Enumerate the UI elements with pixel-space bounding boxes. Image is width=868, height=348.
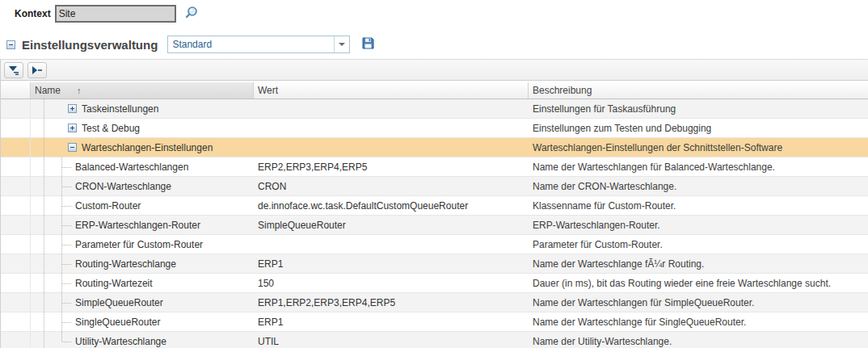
table-row[interactable]: Custom-Router de.innoface.wc.task.Defaul… (1, 196, 868, 216)
row-numberer-cell (1, 235, 31, 254)
table-row[interactable]: Utility-Warteschlange UTIL Name der Util… (1, 332, 868, 348)
setting-value: de.innoface.wc.task.DefaultCustomQueueRo… (258, 200, 468, 212)
kontext-label: Kontext (15, 8, 51, 19)
setting-description: ERP-Warteschlangen-Router. (533, 220, 660, 231)
preset-dropdown[interactable]: Standard (167, 36, 350, 53)
tree-guide-line (44, 235, 44, 254)
settings-panel: Name ↑ Wert Beschreibung Taskeinstellung… (0, 59, 868, 348)
tree-guide-line (44, 274, 44, 292)
setting-description: Einstellungen für Taskausführung (533, 103, 676, 115)
row-numberer-cell (1, 177, 31, 195)
tree-connector (62, 283, 71, 284)
header-beschreibung-label: Beschreibung (533, 85, 592, 96)
tree-guide-line (44, 254, 44, 273)
row-value-cell: ERP2,ERP3,ERP4,ERP5 (254, 157, 529, 176)
row-description-cell: Einstellungen zum Testen und Debugging (529, 119, 868, 137)
header-wert-label: Wert (258, 85, 278, 96)
setting-value: 150 (258, 278, 274, 289)
expand-toggle-icon[interactable] (68, 124, 77, 132)
setting-description: Name der Warteschlange fÃ¼r Routing. (533, 258, 704, 270)
setting-description: Name der Warteschlangen für Balanced-War… (533, 161, 775, 173)
setting-description: Name der Utility-Warteschlange. (533, 336, 672, 347)
row-value-cell: ERP1 (254, 254, 529, 273)
setting-name: Test & Debug (82, 123, 140, 134)
collapse-all-tree-icon (8, 65, 19, 75)
tree-guide-line (44, 99, 44, 118)
row-value-cell: ERP1 (254, 312, 529, 331)
table-row[interactable]: Parameter für Custom-Router Parameter fü… (1, 235, 868, 254)
magnifier-icon (183, 5, 200, 21)
table-row[interactable]: SingleQueueRouter ERP1 Name der Wartesch… (1, 312, 868, 332)
tree-guide-line (44, 138, 44, 157)
setting-value: SimpleQueueRouter (258, 220, 346, 231)
table-row[interactable]: Routing-Warteschlange ERP1 Name der Wart… (1, 254, 868, 274)
tree-connector (62, 342, 71, 342)
table-row[interactable]: CRON-Warteschlange CRON Name der CRON-Wa… (1, 177, 868, 196)
header-wert[interactable]: Wert (254, 82, 529, 99)
row-numberer-cell (1, 312, 31, 331)
kontext-input[interactable] (55, 5, 176, 23)
table-row[interactable]: Balanced-Warteschlangen ERP2,ERP3,ERP4,E… (1, 157, 868, 177)
header-name-label: Name (35, 85, 61, 96)
row-numberer-cell (1, 332, 31, 348)
row-value-cell: 150 (254, 274, 529, 292)
tree-connector (62, 187, 71, 187)
dropdown-trigger[interactable] (334, 36, 349, 52)
row-value-cell: UTIL (254, 332, 529, 348)
save-button[interactable] (360, 36, 376, 52)
chevron-down-icon (339, 43, 345, 46)
table-row[interactable]: Routing-Wartezeit 150 Dauer (in ms), bit… (1, 274, 868, 293)
table-row[interactable]: Taskeinstellungen Einstellungen für Task… (1, 99, 868, 119)
setting-name: Balanced-Warteschlangen (75, 161, 188, 173)
row-value-cell: SimpleQueueRouter (254, 216, 529, 234)
expand-toggle-icon[interactable] (68, 143, 77, 152)
header-name[interactable]: Name ↑ (31, 82, 254, 99)
row-value-cell (254, 99, 529, 118)
tree-guide-line (44, 177, 44, 195)
row-description-cell: ERP-Warteschlangen-Router. (529, 216, 868, 234)
expand-collapse-node-icon (32, 65, 43, 75)
tree-guide-line (44, 216, 44, 234)
tree-guide-line (61, 332, 62, 342)
setting-value: UTIL (258, 336, 279, 347)
row-description-cell: Klassenname für Custom-Router. (529, 196, 868, 215)
row-value-cell: de.innoface.wc.task.DefaultCustomQueueRo… (254, 196, 529, 215)
expand-toggle-icon[interactable] (68, 104, 77, 113)
header-beschreibung[interactable]: Beschreibung (529, 82, 868, 99)
tree-connector (62, 225, 71, 226)
setting-name: Utility-Warteschlange (75, 336, 166, 347)
setting-description: Klassenname für Custom-Router. (533, 200, 676, 212)
grid-header: Name ↑ Wert Beschreibung (1, 82, 868, 99)
row-numberer-cell (1, 216, 31, 234)
row-numberer-cell (1, 157, 31, 176)
tree-guide-line (44, 119, 44, 137)
row-description-cell: Name der Warteschlangen für Balanced-War… (529, 157, 868, 176)
kontext-row: Kontext (0, 0, 868, 23)
setting-value: ERP1 (258, 317, 283, 328)
table-row[interactable]: SimpleQueueRouter ERP1,ERP2,ERP3,ERP4,ER… (1, 293, 868, 312)
tree-connector (62, 303, 71, 304)
table-row[interactable]: Warteschlangen-Einstellungen Warteschlan… (1, 138, 868, 157)
row-description-cell: Parameter für Custom-Router. (529, 235, 868, 254)
section-collapse-icon[interactable] (6, 40, 15, 49)
row-value-cell: CRON (254, 177, 529, 195)
tree-connector (62, 322, 71, 323)
table-row[interactable]: ERP-Warteschlangen-Router SimpleQueueRou… (1, 216, 868, 235)
search-button[interactable] (183, 5, 200, 23)
setting-value: ERP1,ERP2,ERP3,ERP4,ERP5 (258, 297, 395, 308)
collapse-node-button[interactable] (27, 62, 47, 78)
tree-connector (62, 206, 71, 207)
tree-connector (62, 264, 71, 265)
tree-connector (62, 167, 71, 168)
row-description-cell: Einstellungen für Taskausführung (529, 99, 868, 118)
row-name-cell: Parameter für Custom-Router (31, 235, 254, 254)
setting-description: Warteschlangen-Einstellungen der Schnitt… (533, 142, 782, 153)
row-value-cell (254, 119, 529, 137)
tree-guide-line (44, 196, 44, 215)
tree-connector (62, 245, 71, 245)
preset-dropdown-value: Standard (168, 39, 334, 50)
collapse-all-button[interactable] (4, 62, 23, 78)
row-name-cell: SimpleQueueRouter (31, 293, 254, 312)
row-numberer-cell (1, 196, 31, 215)
table-row[interactable]: Test & Debug Einstellungen zum Testen un… (1, 119, 868, 138)
